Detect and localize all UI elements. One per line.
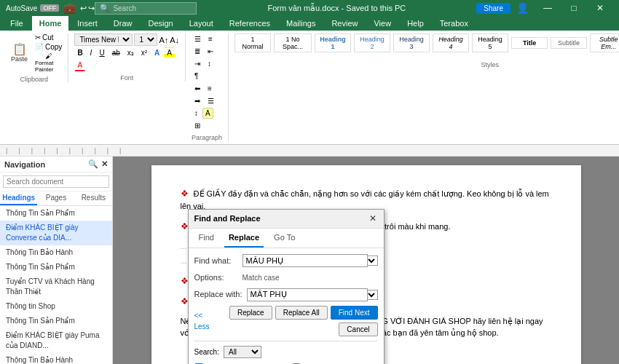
numbering-button[interactable]: ≡ — [205, 33, 216, 44]
nav-item-1[interactable]: Điểm KHÁC BIỆT giày Converse của DIA... — [0, 221, 112, 245]
navigation-list: Thông Tin Sản PhẩmĐiểm KHÁC BIỆT giày Co… — [0, 206, 112, 364]
align-justify-button[interactable]: ☰ — [205, 95, 217, 106]
replace-all-button[interactable]: Replace All — [275, 306, 328, 320]
sort-button[interactable]: ↕ — [205, 58, 214, 69]
replace-with-input[interactable] — [247, 288, 368, 301]
style-subtle-em[interactable]: Subtle Em... — [590, 33, 619, 52]
ribbon-tab-terabox[interactable]: Terabox — [433, 16, 476, 31]
replace-button[interactable]: Replace — [229, 306, 272, 320]
font-name-select[interactable]: Times New Roman — [74, 33, 133, 46]
minimize-button[interactable]: — — [535, 0, 561, 16]
italic-button[interactable]: I — [87, 47, 95, 58]
bullets-button[interactable]: ☰ — [192, 33, 204, 44]
cut-button[interactable]: ✂Cut — [35, 33, 62, 41]
align-center-button[interactable]: ≡ — [205, 83, 215, 94]
increase-font-btn[interactable]: A↑ — [159, 36, 168, 44]
nav-item-3[interactable]: Thông Tin Sản Phẩm — [0, 260, 112, 274]
align-right-button[interactable]: ➡ — [192, 95, 203, 106]
dialog-close-button[interactable]: ✕ — [368, 213, 378, 223]
style-nospace[interactable]: 1 No Spac... — [274, 33, 312, 52]
copy-button[interactable]: 📄Copy — [35, 43, 62, 51]
close-button[interactable]: ✕ — [587, 0, 613, 16]
style-normal[interactable]: 1 Normal — [234, 33, 271, 52]
ribbon-tab-layout[interactable]: Layout — [182, 16, 221, 31]
find-next-button[interactable]: Find Next — [331, 306, 378, 320]
bold-button[interactable]: B — [74, 47, 85, 58]
ribbon-tab-view[interactable]: View — [366, 16, 398, 31]
ribbon-tab-references[interactable]: References — [222, 16, 277, 31]
style-subtitle[interactable]: Subtitle — [551, 37, 587, 49]
line-spacing-button[interactable]: ↕ — [192, 108, 201, 119]
style-h4[interactable]: Heading 4 — [433, 33, 469, 52]
superscript-button[interactable]: x² — [138, 47, 150, 58]
style-h3[interactable]: Heading 3 — [393, 33, 430, 52]
text-effects-button[interactable]: A — [151, 47, 162, 58]
maximize-button[interactable]: □ — [561, 0, 587, 16]
strikethrough-button[interactable]: ab — [109, 47, 123, 58]
dialog-body: Find what: ▾ Options: Match case Replace… — [189, 248, 384, 364]
cancel-button[interactable]: Cancel — [339, 323, 377, 336]
word-icon: 💼 — [63, 2, 76, 14]
search-scope-select[interactable]: All Up Down — [224, 346, 261, 358]
redo-btn[interactable]: ↪ — [88, 4, 95, 13]
ribbon-tab-help[interactable]: Help — [400, 16, 431, 31]
autosave-state[interactable]: OFF — [40, 4, 59, 12]
style-h2[interactable]: Heading 2 — [354, 33, 390, 52]
decrease-indent-button[interactable]: ⇤ — [205, 46, 216, 57]
replace-with-dropdown[interactable]: ▾ — [368, 290, 378, 300]
tab-results[interactable]: Results — [75, 191, 112, 205]
ribbon-tab-file[interactable]: File — [3, 16, 31, 31]
style-title[interactable]: Title — [511, 37, 548, 49]
ribbon-group-font: Times New Roman 12 A↑ A↓ B I U ab x₂ x² … — [74, 33, 186, 82]
ribbon-tab-draw[interactable]: Draw — [106, 16, 140, 31]
more-less-button[interactable]: << Less — [194, 309, 216, 333]
find-what-dropdown[interactable]: ▾ — [368, 256, 378, 266]
dialog-tab-find[interactable]: Find — [194, 229, 218, 248]
font-size-select[interactable]: 12 — [134, 33, 157, 46]
autosave-toggle[interactable]: AutoSave OFF — [6, 4, 59, 12]
navigation-search-icon[interactable]: 🔍 — [88, 159, 98, 169]
nav-item-6[interactable]: Thông Tin Sản Phẩm — [0, 314, 112, 328]
user-avatar[interactable]: 👤 — [516, 2, 529, 14]
decrease-font-btn[interactable]: A↓ — [170, 36, 179, 44]
style-h5[interactable]: Heading 5 — [472, 33, 508, 52]
increase-indent-button[interactable]: ⇥ — [192, 58, 203, 69]
document-area[interactable]: ❖ ĐẾ GIẦY đầy đặn và chắc chắn, nặng hơn… — [113, 157, 619, 364]
nav-item-7[interactable]: Điểm KHÁC BIỆT giày Puma của DIAND... — [0, 328, 112, 353]
nav-item-8[interactable]: Thông Tin Bảo Hành — [0, 353, 112, 364]
dialog-tab-replace[interactable]: Replace — [224, 229, 264, 248]
nav-item-5[interactable]: Thông tin Shop — [0, 299, 112, 314]
shading-button[interactable]: A — [202, 108, 213, 119]
ribbon-tab-insert[interactable]: Insert — [70, 16, 105, 31]
find-what-input[interactable] — [243, 254, 368, 267]
title-search-box[interactable]: 🔍 — [95, 2, 197, 15]
highlight-button[interactable]: A — [164, 47, 175, 58]
find-replace-dialog[interactable]: Find and Replace ✕ Find Replace Go To Fi… — [188, 209, 385, 364]
subscript-button[interactable]: x₂ — [125, 47, 137, 58]
borders-button[interactable]: ⊞ — [192, 120, 203, 131]
style-h1[interactable]: Heading 1 — [315, 33, 351, 52]
format-painter-button[interactable]: 🖌 Format Painter — [35, 52, 62, 73]
undo-btn[interactable]: ↩ — [80, 4, 87, 13]
underline-button[interactable]: U — [96, 47, 107, 58]
ribbon-tab-mailings[interactable]: Mailings — [279, 16, 323, 31]
tab-headings[interactable]: Headings — [0, 191, 37, 205]
align-left-button[interactable]: ⬅ — [192, 83, 203, 94]
nav-item-4[interactable]: Tuyển CTV và Khách Hàng Thân Thiết — [0, 274, 112, 299]
dialog-tab-goto[interactable]: Go To — [269, 229, 299, 248]
ribbon-tab-home[interactable]: Home — [32, 16, 69, 31]
nav-item-0[interactable]: Thông Tin Sản Phẩm — [0, 206, 112, 221]
multilevel-button[interactable]: ≣ — [192, 46, 203, 57]
nav-item-2[interactable]: Thông Tin Bảo Hành — [0, 245, 112, 260]
ribbon-tab-review[interactable]: Review — [324, 16, 365, 31]
ribbon-tab-design[interactable]: Design — [141, 16, 180, 31]
tab-pages[interactable]: Pages — [37, 191, 74, 205]
title-search-input[interactable] — [113, 4, 193, 12]
share-button[interactable]: Share — [476, 3, 510, 14]
navigation-close-icon[interactable]: ✕ — [101, 159, 108, 169]
navigation-search-input[interactable] — [3, 175, 109, 188]
font-color-button[interactable]: A — [74, 60, 85, 71]
show-marks-button[interactable]: ¶ — [192, 71, 201, 82]
document-title: Form văn mẫu.docx - Saved to this PC — [197, 4, 476, 13]
paste-button[interactable]: 📋 Paste — [6, 41, 33, 65]
